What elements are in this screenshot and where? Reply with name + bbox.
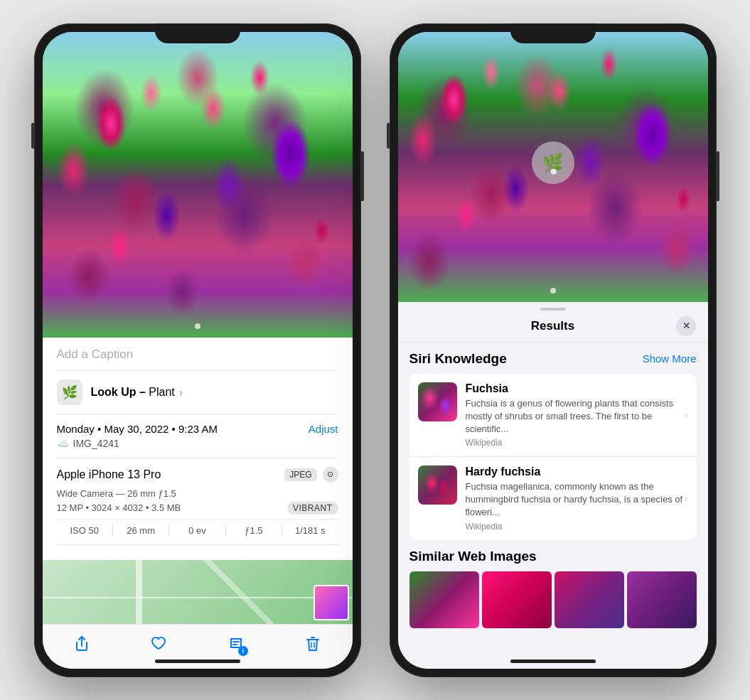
knowledge-item-hardy[interactable]: Hardy fuchsia Fuchsia magellanica, commo… — [409, 457, 697, 540]
exif-aperture: ƒ1.5 — [226, 525, 282, 536]
fuchsia-source: Wikipedia — [466, 438, 688, 448]
fuchsia-info: Fuchsia Fuchsia is a genus of flowering … — [466, 382, 688, 448]
home-bar — [155, 659, 240, 663]
adjust-button[interactable]: Adjust — [309, 423, 338, 435]
knowledge-card: Fuchsia Fuchsia is a genus of flowering … — [409, 374, 697, 540]
lookup-bold: Look Up – — [91, 386, 146, 398]
filename-text: IMG_4241 — [73, 438, 119, 449]
hardy-source: Wikipedia — [466, 522, 688, 532]
siri-visual-search-badge: 🌿 — [532, 141, 574, 184]
hardy-name: Hardy fuchsia — [466, 465, 688, 478]
exif-focal: 26 mm — [113, 525, 169, 536]
similar-image-3[interactable] — [555, 571, 624, 628]
metadata-section: Monday • May 30, 2022 • 9:23 AM Adjust ☁… — [57, 414, 338, 458]
share-button[interactable] — [71, 633, 92, 655]
device-row: Apple iPhone 13 Pro JPEG ⊙ — [57, 467, 338, 483]
fuchsia-desc: Fuchsia is a genus of flowering plants t… — [466, 397, 688, 436]
right-photo-pagination-dot — [550, 288, 556, 294]
info-badge: i — [238, 646, 248, 656]
results-panel: Results ✕ Siri Knowledge Show More — [398, 302, 708, 669]
fuchsia-thumb-image — [418, 382, 457, 421]
similar-title: Similar Web Images — [409, 549, 697, 564]
map-area[interactable] — [43, 560, 353, 624]
mp-row: 12 MP • 3024 × 4032 • 3.5 MB VIBRANT — [57, 502, 338, 515]
results-content: Siri Knowledge Show More Fuchsia Fuchsia… — [398, 343, 708, 669]
date-row: Monday • May 30, 2022 • 9:23 AM Adjust — [57, 423, 338, 435]
map-thumbnail — [314, 585, 349, 620]
hardy-thumb-image — [418, 465, 457, 505]
exif-row: ISO 50 26 mm 0 ev ƒ1.5 1/181 s — [57, 519, 338, 536]
results-title: Results — [531, 319, 574, 333]
flower-background — [43, 32, 353, 338]
siri-section-header: Siri Knowledge Show More — [409, 351, 697, 367]
results-header: Results ✕ — [398, 311, 708, 343]
lookup-chevron: › — [179, 387, 183, 398]
left-phone-screen: Add a Caption 🌿 Look Up – Plant › Monday… — [43, 32, 353, 669]
device-name: Apple iPhone 13 Pro — [57, 468, 161, 481]
home-bar-right — [510, 659, 596, 663]
photo-pagination-dot — [195, 323, 200, 329]
similar-image-1[interactable] — [409, 571, 479, 628]
lookup-subject: Plant — [149, 386, 174, 398]
right-photo-area[interactable]: 🌿 — [398, 32, 708, 302]
siri-section-title: Siri Knowledge — [409, 351, 507, 367]
right-phone-frame: 🌿 Results ✕ Siri Knowledge Show — [390, 23, 717, 677]
lookup-text: Look Up – Plant › — [91, 386, 183, 399]
format-badge: JPEG — [284, 468, 316, 481]
caption-input[interactable]: Add a Caption — [57, 338, 338, 371]
hardy-info: Hardy fuchsia Fuchsia magellanica, commo… — [466, 465, 688, 532]
device-badges: JPEG ⊙ — [284, 467, 338, 483]
device-section: Apple iPhone 13 Pro JPEG ⊙ Wide Camera —… — [57, 458, 338, 545]
info-panel: Add a Caption 🌿 Look Up – Plant › Monday… — [43, 338, 353, 560]
notch-right — [510, 23, 596, 43]
fuchsia-name: Fuchsia — [466, 382, 688, 395]
notch-left — [155, 23, 240, 43]
knowledge-item-fuchsia[interactable]: Fuchsia Fuchsia is a genus of flowering … — [409, 374, 697, 458]
similar-image-4[interactable] — [627, 571, 697, 628]
fuchsia-chevron: › — [685, 409, 688, 421]
right-phone-screen: 🌿 Results ✕ Siri Knowledge Show — [398, 32, 708, 669]
camera-specs: Wide Camera — 26 mm ƒ1.5 — [57, 488, 338, 499]
close-icon: ✕ — [682, 321, 690, 331]
phones-container: Add a Caption 🌿 Look Up – Plant › Monday… — [20, 9, 731, 691]
lookup-icon: 🌿 — [57, 379, 82, 405]
hardy-desc: Fuchsia magellanica, commonly known as t… — [466, 480, 688, 519]
hardy-chevron: › — [685, 492, 688, 504]
left-phone-frame: Add a Caption 🌿 Look Up – Plant › Monday… — [34, 23, 361, 677]
similar-images-row — [409, 571, 697, 628]
close-button[interactable]: ✕ — [676, 316, 696, 336]
fuchsia-thumbnail — [418, 382, 457, 421]
hardy-thumbnail — [418, 465, 457, 505]
exif-iso: ISO 50 — [57, 525, 113, 536]
photo-area[interactable] — [43, 32, 353, 338]
map-roads — [43, 560, 353, 624]
show-more-button[interactable]: Show More — [643, 352, 697, 365]
lookup-row[interactable]: 🌿 Look Up – Plant › — [57, 371, 338, 414]
delete-button[interactable] — [302, 633, 323, 655]
favorite-button[interactable] — [148, 633, 169, 655]
date-text: Monday • May 30, 2022 • 9:23 AM — [57, 423, 218, 435]
similar-image-2[interactable] — [482, 571, 552, 628]
cloud-icon: ☁️ — [57, 438, 69, 449]
mp-text: 12 MP • 3024 × 4032 • 3.5 MB — [57, 502, 181, 513]
info-button[interactable]: i — [225, 633, 247, 655]
flower-overlay — [43, 32, 353, 338]
siri-dot — [550, 168, 556, 174]
exif-ev: 0 ev — [169, 525, 225, 536]
vibrant-badge: VIBRANT — [287, 502, 338, 515]
similar-section: Similar Web Images — [409, 549, 697, 628]
exif-shutter: 1/181 s — [282, 525, 338, 536]
settings-icon: ⊙ — [323, 467, 338, 483]
filename-row: ☁️ IMG_4241 — [57, 438, 338, 449]
